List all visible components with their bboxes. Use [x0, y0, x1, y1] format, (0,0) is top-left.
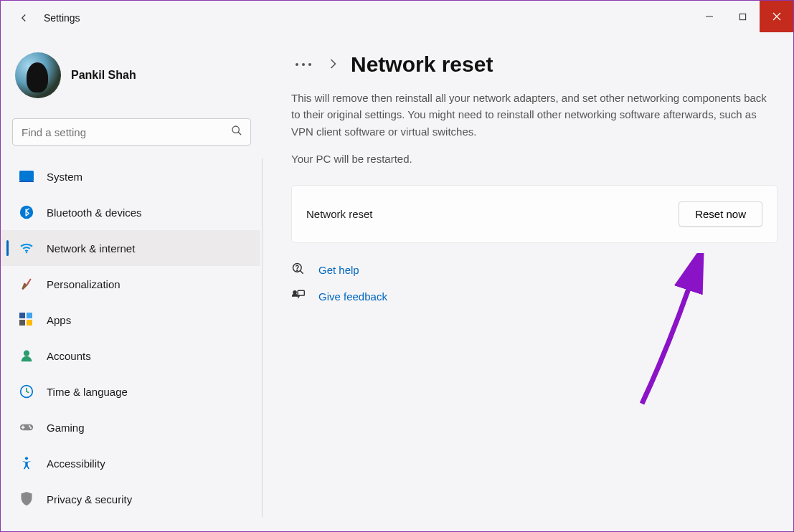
maximize-button[interactable]: [726, 1, 760, 32]
svg-point-14: [24, 351, 29, 356]
sidebar-item-privacy[interactable]: Privacy & security: [1, 481, 260, 517]
sidebar-item-gaming[interactable]: Gaming: [1, 409, 260, 445]
back-button[interactable]: [9, 4, 38, 32]
chevron-right-icon: [330, 59, 336, 71]
svg-rect-7: [19, 181, 34, 182]
bluetooth-icon: [19, 205, 34, 219]
feedback-icon: [291, 289, 306, 305]
svg-point-21: [297, 270, 298, 270]
sidebar-item-accessibility[interactable]: Accessibility: [1, 445, 260, 481]
sidebar-item-label: Gaming: [47, 422, 85, 434]
search-box: [12, 118, 251, 146]
sidebar: Pankil Shah System Bluetooth & devices N…: [1, 35, 263, 531]
reset-now-button[interactable]: Reset now: [679, 201, 762, 227]
sidebar-item-label: Privacy & security: [47, 493, 132, 505]
card-label: Network reset: [306, 208, 373, 220]
network-reset-card: Network reset Reset now: [291, 185, 778, 243]
window-controls: [692, 1, 793, 32]
avatar: [15, 52, 61, 98]
wifi-icon: [19, 241, 34, 255]
help-icon: [291, 262, 306, 279]
svg-point-23: [293, 291, 296, 294]
accessibility-icon: [19, 456, 34, 470]
globe-clock-icon: [19, 384, 34, 399]
sidebar-item-system[interactable]: System: [1, 158, 260, 194]
sidebar-item-bluetooth[interactable]: Bluetooth & devices: [1, 194, 260, 230]
svg-point-9: [26, 252, 27, 253]
apps-icon: [19, 313, 34, 327]
sidebar-item-label: Apps: [47, 314, 71, 326]
svg-line-22: [301, 270, 303, 273]
page-title: Network reset: [351, 52, 493, 77]
svg-point-19: [25, 457, 28, 460]
search-input[interactable]: [12, 118, 251, 146]
sidebar-item-accounts[interactable]: Accounts: [1, 338, 260, 374]
sidebar-item-label: System: [47, 171, 82, 183]
titlebar: Settings: [1, 1, 793, 35]
brush-icon: [19, 277, 34, 291]
svg-point-17: [29, 425, 30, 427]
shield-icon: [19, 492, 34, 506]
user-profile[interactable]: Pankil Shah: [1, 48, 263, 108]
sidebar-item-apps[interactable]: Apps: [1, 302, 260, 338]
sidebar-item-label: Accounts: [47, 350, 91, 362]
search-icon: [231, 125, 242, 139]
sidebar-item-label: Bluetooth & devices: [47, 206, 142, 219]
minimize-button[interactable]: [692, 1, 726, 32]
svg-rect-24: [298, 290, 304, 295]
gamepad-icon: [19, 420, 34, 434]
sidebar-item-label: Time & language: [47, 386, 128, 398]
close-button[interactable]: [760, 1, 793, 32]
username: Pankil Shah: [71, 69, 136, 82]
page-description: This will remove then reinstall all your…: [291, 90, 778, 140]
give-feedback-link[interactable]: Give feedback: [318, 290, 387, 303]
svg-rect-1: [739, 14, 745, 19]
person-icon: [19, 348, 34, 363]
app-title: Settings: [44, 12, 80, 24]
sidebar-item-label: Accessibility: [47, 457, 105, 470]
get-help-link[interactable]: Get help: [318, 264, 359, 276]
svg-point-4: [232, 126, 239, 133]
svg-rect-6: [19, 171, 34, 181]
back-arrow-icon: [17, 11, 30, 24]
sidebar-item-network[interactable]: Network & internet: [1, 230, 260, 266]
svg-rect-10: [19, 313, 25, 318]
svg-rect-12: [19, 320, 25, 326]
help-links: Get help Give feedback: [291, 262, 778, 305]
main-content: Network reset This will remove then rein…: [263, 35, 793, 531]
minimize-icon: [705, 12, 714, 21]
close-icon: [772, 12, 781, 21]
system-icon: [19, 169, 34, 184]
breadcrumb-more-button[interactable]: [291, 59, 316, 70]
svg-rect-13: [27, 320, 32, 326]
sidebar-item-time-language[interactable]: Time & language: [1, 374, 260, 409]
sidebar-item-label: Personalization: [47, 278, 120, 290]
nav-list: System Bluetooth & devices Network & int…: [1, 158, 263, 517]
svg-point-18: [30, 427, 32, 429]
breadcrumb: Network reset: [291, 52, 778, 77]
svg-rect-11: [27, 313, 32, 318]
restart-note: Your PC will be restarted.: [291, 153, 778, 165]
maximize-icon: [739, 13, 747, 21]
svg-line-5: [238, 132, 241, 135]
sidebar-item-personalization[interactable]: Personalization: [1, 266, 260, 302]
sidebar-item-label: Network & internet: [47, 242, 135, 255]
svg-point-8: [20, 206, 33, 219]
